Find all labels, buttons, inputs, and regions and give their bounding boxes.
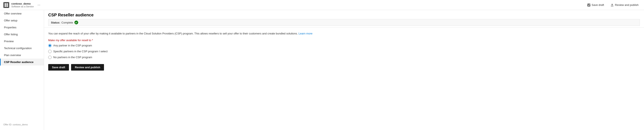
- sidebar-offer-id: Offer ID: contoso_demo: [0, 121, 44, 127]
- radio-any-partner-input[interactable]: [48, 44, 52, 47]
- review-publish-button-main[interactable]: Review and publish: [71, 64, 104, 71]
- svg-rect-5: [588, 4, 589, 5]
- top-bar: contoso_demo Software as a Service ··· S…: [0, 0, 644, 10]
- svg-rect-6: [588, 5, 590, 6]
- sidebar-item-technical-configuration[interactable]: Technical configuration: [0, 45, 44, 52]
- content-header: CSP Reseller audience Status: Complete: [44, 10, 644, 28]
- publish-icon: [611, 4, 614, 7]
- radio-any-partner-label[interactable]: Any partner in the CSP program: [53, 44, 92, 47]
- review-publish-label-top: Review and publish: [615, 3, 638, 7]
- sidebar-item-offer-overview[interactable]: Offer overview: [0, 10, 44, 17]
- app-subtitle: Software as a Service: [11, 5, 34, 8]
- sidebar-item-offer-listing[interactable]: Offer listing: [0, 31, 44, 38]
- main-layout: Offer overview Offer setup Properties Of…: [0, 10, 644, 130]
- review-publish-button-top[interactable]: Review and publish: [608, 2, 641, 8]
- status-complete-icon: [74, 21, 78, 24]
- save-icon: [588, 4, 590, 7]
- learn-more-link[interactable]: Learn more: [298, 32, 312, 35]
- more-options-icon[interactable]: ···: [36, 2, 42, 8]
- svg-rect-2: [4, 5, 6, 7]
- svg-rect-0: [4, 3, 6, 5]
- status-value: Complete: [62, 21, 73, 24]
- checkmark-icon: [75, 22, 77, 24]
- sidebar-item-preview[interactable]: Preview: [0, 38, 44, 45]
- radio-no-partners[interactable]: No partners in the CSP program: [48, 56, 640, 59]
- description-text: You can expand the reach of your offer b…: [48, 32, 640, 36]
- sidebar: Offer overview Offer setup Properties Of…: [0, 10, 44, 130]
- status-bar: Status: Complete: [48, 19, 640, 26]
- content-body: You can expand the reach of your offer b…: [44, 28, 644, 74]
- sidebar-item-offer-setup[interactable]: Offer setup: [0, 17, 44, 24]
- radio-no-partners-label[interactable]: No partners in the CSP program: [53, 56, 92, 59]
- radio-any-partner[interactable]: Any partner in the CSP program: [48, 44, 640, 47]
- required-indicator: *: [92, 39, 93, 42]
- top-bar-actions: Save draft Review and publish: [585, 2, 641, 8]
- sidebar-item-properties[interactable]: Properties: [0, 24, 44, 31]
- svg-rect-1: [6, 3, 8, 5]
- save-draft-button-main[interactable]: Save draft: [48, 64, 69, 71]
- radio-no-partners-input[interactable]: [48, 56, 52, 59]
- app-title: contoso_demo Software as a Service: [11, 2, 34, 8]
- status-label: Status:: [51, 21, 60, 24]
- app-icon: [3, 2, 9, 8]
- page-title: CSP Reseller audience: [48, 13, 640, 18]
- save-draft-button[interactable]: Save draft: [585, 2, 606, 8]
- grid-icon: [4, 3, 8, 7]
- save-draft-label: Save draft: [592, 3, 604, 7]
- sidebar-item-plan-overview[interactable]: Plan overview: [0, 52, 44, 59]
- radio-group: Any partner in the CSP program Specific …: [48, 44, 640, 59]
- resell-label: Make my offer available for resell to *: [48, 39, 640, 42]
- action-buttons: Save draft Review and publish: [48, 64, 640, 71]
- app-name: contoso_demo: [11, 2, 34, 5]
- radio-specific-partners-input[interactable]: [48, 50, 52, 53]
- radio-specific-partners-label[interactable]: Specific partners in the CSP program I s…: [53, 50, 108, 53]
- svg-rect-3: [6, 5, 8, 7]
- sidebar-item-csp-reseller-audience[interactable]: CSP Reseller audience: [0, 59, 44, 66]
- app-branding: contoso_demo Software as a Service ···: [3, 2, 42, 8]
- content-area: CSP Reseller audience Status: Complete Y…: [44, 10, 644, 130]
- radio-specific-partners[interactable]: Specific partners in the CSP program I s…: [48, 50, 640, 53]
